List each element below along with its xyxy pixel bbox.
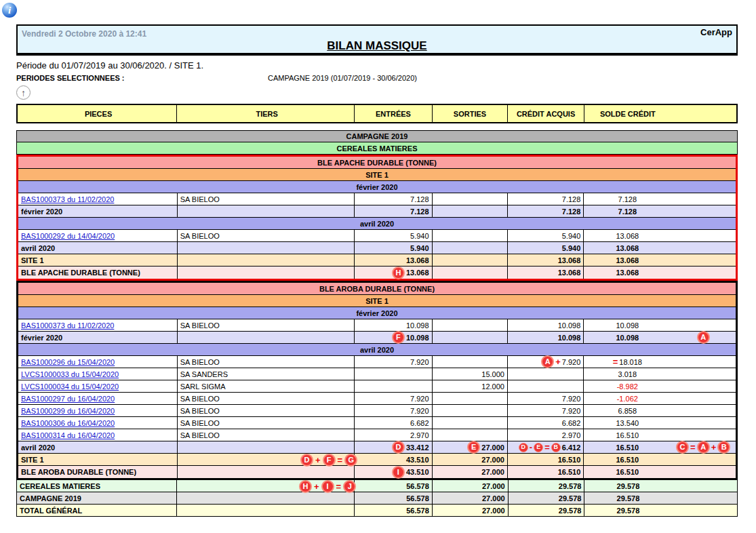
periods-selected-value: CAMPAGNE 2019 (01/07/2019 - 30/06/2020)	[268, 74, 417, 82]
cell-tiers: SARL SIGMA	[178, 380, 355, 392]
table-header-row: PIECESTIERSENTRÉESSORTIESCRÉDIT ACQUISSO…	[16, 104, 738, 123]
cell-solde-credit: 29.578	[584, 480, 737, 492]
cell-solde-credit: 16.510	[584, 454, 736, 465]
cell-sorties	[433, 393, 508, 404]
piece-link[interactable]: BAS1000314 du 16/04/2020	[21, 431, 115, 439]
operator-minus-icon: -	[530, 443, 532, 452]
cell-entrees: F10.098	[355, 332, 432, 343]
cell-entrees: 43.510	[355, 454, 432, 465]
cell-credit-acquis: 16.510	[508, 466, 584, 478]
annotation-badge-G: G	[344, 454, 357, 467]
table-row: CAMPAGNE 201956.57827.00029.57829.578	[16, 492, 738, 505]
cell-value: 13.068	[616, 244, 639, 252]
band-label: BLE AROBA DURABLE (TONNE)	[319, 285, 435, 293]
cell-value: 43.510	[406, 468, 429, 476]
cell-credit-acquis: 7.920	[508, 405, 584, 416]
solde-value-area: 13.068	[584, 269, 671, 277]
cell-value: 6.682	[562, 419, 581, 427]
cell-value: 29.578	[559, 507, 582, 515]
annotation-badge-E: E	[467, 441, 480, 454]
piece-link[interactable]: BAS1000297 du 16/04/2020	[21, 395, 115, 403]
solde-value-area: 29.578	[584, 482, 671, 490]
cell-entrees: 6.682	[355, 417, 432, 429]
cell-pieces: SITE 1	[18, 454, 178, 465]
band-row: février 2020	[18, 181, 736, 193]
solde-value-area: 29.578	[584, 507, 671, 515]
solde-value-area: 6.858	[584, 407, 671, 415]
cell-value: 33.412	[406, 443, 429, 452]
cell-credit-acquis: 13.068	[508, 266, 584, 279]
column-header-credit: CRÉDIT ACQUIS	[508, 105, 584, 122]
piece-link[interactable]: BAS1000299 du 16/04/2020	[21, 407, 115, 415]
cell-pieces: BAS1000296 du 15/04/2020	[18, 356, 178, 368]
cell-pieces: avril 2020	[18, 441, 178, 453]
cell-entrees: 10.098	[355, 319, 432, 331]
cell-tiers	[178, 205, 355, 217]
table-row: TOTAL GÉNÉRAL56.57827.00029.57829.578	[16, 505, 738, 517]
cell-sorties: 27.000	[433, 466, 508, 478]
cell-value: 6.412	[562, 443, 581, 452]
cell-credit-acquis	[508, 368, 584, 380]
piece-link[interactable]: BAS1000296 du 15/04/2020	[21, 358, 115, 366]
scroll-top-icon[interactable]: ↑	[16, 85, 31, 100]
cell-value: -8.982	[617, 382, 638, 391]
cell-credit-acquis: 6.682	[508, 417, 584, 429]
solde-value-area: 16.510	[584, 468, 671, 476]
cell-value: 27.000	[482, 507, 505, 515]
solde-value-area: 16.510	[584, 456, 671, 464]
cell-sorties: 15.000	[433, 368, 508, 380]
annotation-badge-D: D	[392, 441, 405, 454]
cell-pieces: BAS1000306 du 16/04/2020	[18, 417, 178, 429]
table-row: SITE 143.51027.00016.51016.510D+F=G	[18, 454, 736, 466]
cell-entrees: 7.920	[355, 405, 432, 416]
cell-tiers	[178, 441, 355, 453]
cell-value: 27.000	[482, 482, 505, 490]
cell-pieces: BLE AROBA DURABLE (TONNE)	[18, 466, 178, 478]
cell-pieces: février 2020	[18, 205, 178, 217]
cell-entrees: 56.578	[355, 492, 433, 504]
cell-entrees: 2.970	[355, 429, 432, 441]
band-row: CAMPAGNE 2019	[16, 130, 738, 142]
cell-tiers	[177, 505, 355, 516]
periods-row: PERIODES SELECTIONNEES : CAMPAGNE 2019 (…	[16, 74, 738, 83]
table-row: BAS1000299 du 16/04/2020SA BIELOO7.9207.…	[18, 405, 736, 417]
piece-link[interactable]: BAS1000373 du 11/02/2020	[21, 321, 114, 330]
cell-value: 27.000	[481, 456, 504, 464]
table-row: février 20207.1287.1287.128	[18, 205, 736, 218]
cell-entrees: 7.920	[355, 393, 432, 404]
info-icon[interactable]: i	[2, 3, 17, 18]
cell-solde-credit: 7.128	[584, 193, 736, 205]
cell-value: 13.068	[558, 269, 581, 277]
page-title: BILAN MASSIQUE	[18, 39, 736, 53]
band-row: CEREALES MATIERES	[16, 142, 738, 155]
cell-value: 13.540	[616, 419, 639, 427]
piece-link[interactable]: BAS1000373 du 11/02/2020	[21, 195, 114, 203]
cell-solde-credit: 16.510C=A+B	[584, 441, 736, 453]
cell-sorties: E27.000	[433, 441, 508, 453]
operator-plus-icon: +	[314, 482, 319, 491]
band-label: CEREALES MATIERES	[337, 144, 418, 153]
annotation-badge-A: A	[697, 331, 710, 344]
cell-solde-credit: =18.018	[584, 356, 736, 368]
cell-value: 18.018	[619, 358, 642, 366]
report-header: Vendredi 2 Octobre 2020 à 12:41 CerApp B…	[16, 24, 738, 56]
piece-link[interactable]: BAS1000292 du 14/04/2020	[21, 232, 115, 240]
piece-link[interactable]: BAS1000306 du 16/04/2020	[21, 419, 115, 427]
cell-credit-acquis: 2.970	[508, 429, 584, 441]
piece-link[interactable]: LVCS1000034 du 15/04/2020	[21, 382, 119, 391]
cell-solde-credit: 10.098	[584, 319, 736, 331]
campaign-header-section: CAMPAGNE 2019CEREALES MATIERES	[16, 130, 738, 155]
cell-credit-acquis: 13.068	[508, 254, 584, 266]
cell-sorties	[433, 254, 508, 266]
cell-sorties	[433, 193, 508, 205]
annotation-badge-F: F	[323, 454, 336, 467]
cell-sorties	[433, 429, 508, 441]
piece-link[interactable]: LVCS1000033 du 15/04/2020	[21, 370, 119, 378]
cell-value: 13.068	[406, 256, 429, 264]
cell-tiers: SA BIELOO	[178, 429, 355, 441]
cell-pieces: BAS1000373 du 11/02/2020	[18, 319, 178, 331]
annotation-badge-B: B	[717, 441, 730, 454]
column-header-pieces: PIECES	[18, 105, 177, 122]
solde-value-area: 16.510	[584, 443, 671, 452]
column-header-entrees: ENTRÉES	[355, 105, 433, 122]
